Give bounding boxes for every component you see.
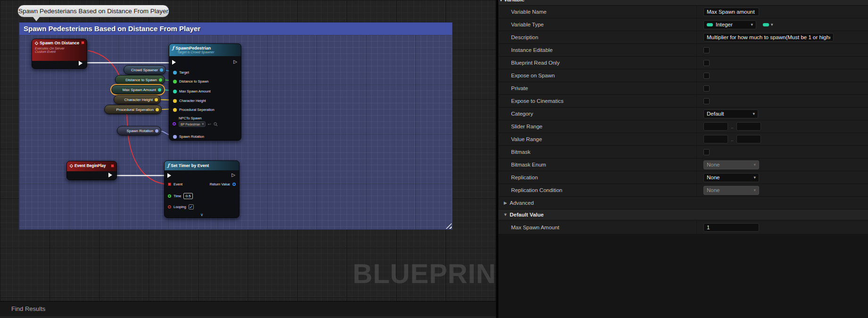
node-subtitle: Target is Crowd Spawner bbox=[177, 50, 238, 54]
blueprint-graph-canvas[interactable]: BLUEPRINT Spawn Pedesterians Based on Di… bbox=[0, 0, 496, 301]
distance-pin[interactable] bbox=[173, 80, 177, 84]
find-results-bar[interactable]: Find Results bbox=[0, 301, 496, 316]
float-pin[interactable] bbox=[156, 108, 159, 111]
looping-checkbox[interactable]: ✓ bbox=[189, 204, 194, 209]
row-variable-type: Variable Type Integer▾ ▾ bbox=[498, 18, 868, 31]
character-height-pin[interactable] bbox=[173, 99, 177, 103]
max-spawn-amount-input[interactable] bbox=[703, 223, 759, 232]
row-label: Slider Range bbox=[498, 124, 696, 129]
node-spawn-on-distance[interactable]: ◇Spawn On Distance Executes On Server Cu… bbox=[32, 39, 87, 69]
row-label: Expose on Spawn bbox=[498, 73, 696, 78]
pin-label: Looping bbox=[174, 205, 186, 209]
time-value-input[interactable]: 0.5 bbox=[183, 193, 192, 199]
variable-name-input[interactable] bbox=[703, 8, 759, 16]
blueprint-watermark: BLUEPRINT bbox=[353, 258, 513, 289]
row-label: Max Spawn Amount bbox=[498, 225, 696, 230]
delegate-pin[interactable] bbox=[81, 41, 84, 44]
object-pin[interactable] bbox=[160, 68, 163, 72]
row-private: Private bbox=[498, 82, 868, 95]
node-subtitle: Custom Event bbox=[35, 50, 84, 53]
comment-bubble[interactable]: Spawn Pedesterians Based on Distance Fro… bbox=[17, 5, 169, 17]
getter-label: Spawn Rotation bbox=[127, 129, 153, 133]
value-range-max-input[interactable] bbox=[736, 135, 761, 143]
return-value-pin[interactable] bbox=[232, 183, 236, 186]
time-pin[interactable] bbox=[168, 194, 171, 198]
exec-in-pin[interactable] bbox=[167, 173, 174, 178]
rotator-pin[interactable] bbox=[155, 129, 158, 133]
row-label: Private bbox=[498, 85, 696, 91]
instance-editable-checkbox[interactable] bbox=[703, 47, 710, 53]
replication-value: None bbox=[707, 175, 720, 180]
bitmask-enum-dropdown: None▾ bbox=[703, 160, 759, 169]
chevron-down-icon: ▾ bbox=[202, 122, 204, 126]
row-instance-editable: Instance Editable bbox=[498, 44, 868, 57]
browse-icon[interactable] bbox=[214, 122, 218, 126]
max-spawn-pin[interactable] bbox=[173, 90, 177, 93]
chevron-down-icon: ▾ bbox=[752, 111, 755, 116]
replication-condition-dropdown: None▾ bbox=[703, 186, 759, 195]
target-pin[interactable] bbox=[173, 71, 177, 75]
use-selected-icon[interactable]: ↩ bbox=[208, 122, 211, 126]
class-pin[interactable] bbox=[173, 122, 176, 126]
row-advanced-expander[interactable]: ▶ Advanced bbox=[498, 197, 868, 209]
blueprint-read-only-checkbox[interactable] bbox=[703, 60, 710, 66]
slider-range-max-input[interactable] bbox=[736, 122, 761, 131]
expose-to-cinematics-checkbox[interactable] bbox=[703, 98, 710, 104]
getter-crowd-spawner[interactable]: Crowd Spawner bbox=[124, 65, 166, 75]
npc-class-dropdown[interactable]: BP Pedestrian▾ bbox=[179, 121, 206, 127]
exec-out-pin[interactable]: ▷ bbox=[231, 173, 235, 177]
container-type-dropdown[interactable]: ▾ bbox=[763, 22, 773, 27]
integer-type-icon bbox=[707, 23, 713, 26]
node-spawn-pedestrian[interactable]: ƒSpawnPedestrian Target is Crowd Spawner… bbox=[169, 43, 241, 141]
description-input[interactable] bbox=[703, 33, 834, 42]
row-label: Description bbox=[498, 34, 696, 40]
slider-range-min-input[interactable] bbox=[703, 122, 728, 131]
exec-out-pin[interactable]: ▷ bbox=[233, 59, 237, 64]
looping-pin[interactable] bbox=[168, 205, 171, 209]
status-strip bbox=[0, 316, 496, 318]
single-variable-icon bbox=[763, 23, 769, 26]
delegate-pin[interactable] bbox=[111, 164, 114, 167]
node-title: SpawnPedestrian bbox=[175, 46, 211, 50]
row-label: Variable Type bbox=[498, 22, 696, 27]
float-pin[interactable] bbox=[159, 78, 162, 82]
chevron-right-icon: ▶ bbox=[501, 201, 510, 205]
getter-character-height[interactable]: Character Height bbox=[114, 95, 161, 104]
expose-on-spawn-checkbox[interactable] bbox=[703, 73, 710, 79]
node-set-timer-by-event[interactable]: ƒSet Timer by Event ▷ Event Return Value… bbox=[164, 160, 240, 218]
exec-in-pin[interactable] bbox=[172, 60, 178, 65]
pin-label: Time bbox=[174, 194, 181, 198]
category-dropdown[interactable]: Default▾ bbox=[703, 109, 758, 118]
bitmask-checkbox[interactable] bbox=[703, 149, 710, 155]
getter-procedural-seperation[interactable]: Procedural Seperation bbox=[104, 105, 162, 114]
private-checkbox[interactable] bbox=[703, 85, 710, 92]
section-variable[interactable]: ▼Variable bbox=[498, 0, 868, 6]
getter-label: Character Height bbox=[124, 98, 153, 102]
value-range-min-input[interactable] bbox=[703, 135, 728, 143]
getter-spawn-rotation[interactable]: Spawn Rotation bbox=[117, 126, 161, 135]
replication-dropdown[interactable]: None▾ bbox=[703, 173, 759, 182]
getter-max-spawn-amount[interactable]: Max Spawn Amount bbox=[111, 85, 164, 94]
row-blueprint-read-only: Blueprint Read Only bbox=[498, 57, 868, 69]
comment-title[interactable]: Spawn Pedesterians Based on Distance Fro… bbox=[19, 23, 452, 35]
integer-pin[interactable] bbox=[158, 88, 161, 92]
node-subtitle: Executes On Server bbox=[35, 47, 84, 50]
row-label: Replication bbox=[498, 175, 696, 180]
section-default-value[interactable]: ▼ Default Value bbox=[498, 209, 868, 220]
getter-label: Distance to Spawn bbox=[125, 78, 157, 82]
procedural-seperation-pin[interactable] bbox=[173, 108, 177, 112]
getter-distance-to-spawn[interactable]: Distance to Spawn bbox=[115, 75, 165, 84]
node-event-begin-play[interactable]: ◇Event BeginPlay bbox=[66, 161, 117, 180]
row-label: Value Range bbox=[498, 136, 696, 142]
variable-type-dropdown[interactable]: Integer▾ bbox=[703, 20, 756, 29]
exec-out-pin[interactable] bbox=[79, 61, 85, 66]
row-category: Category Default▾ bbox=[498, 108, 868, 120]
float-pin[interactable] bbox=[155, 98, 158, 101]
event-delegate-pin[interactable] bbox=[168, 183, 171, 186]
variable-type-value: Integer bbox=[716, 22, 733, 27]
chevron-down-icon: ▼ bbox=[501, 212, 510, 217]
node-expand-chevron[interactable]: ∨ bbox=[200, 212, 204, 217]
spawn-rotation-pin[interactable] bbox=[173, 135, 177, 139]
npc-class-value: BP Pedestrian bbox=[181, 123, 200, 126]
exec-out-pin[interactable] bbox=[108, 173, 115, 177]
